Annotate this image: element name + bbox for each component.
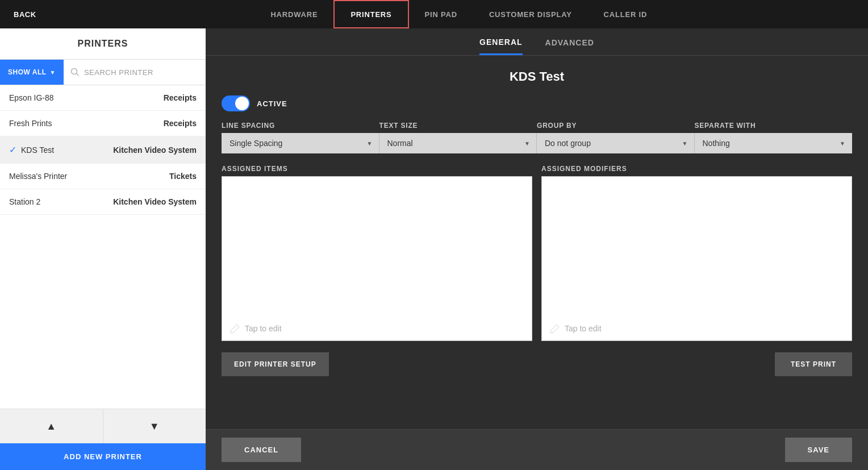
assigned-items-section: ASSIGNED ITEMS Tap to edit	[222, 165, 532, 341]
group-by-label: GROUP BY	[537, 122, 695, 130]
pencil-icon-modifiers	[550, 323, 560, 334]
show-all-label: SHOW ALL	[8, 68, 47, 76]
text-size-group: TEXT SIZE Normal Large Small	[379, 122, 537, 153]
nav-customer-display[interactable]: CUSTOMER DISPLAY	[473, 0, 588, 28]
printer-name-kds: ✓ KDS Test	[9, 144, 54, 155]
active-label: ACTIVE	[257, 99, 287, 108]
top-navigation: BACK HARDWARE PRINTERS PIN PAD CUSTOMER …	[0, 0, 868, 28]
printer-name-epson: Epson IG-88	[9, 93, 54, 102]
tab-advanced[interactable]: ADVANCED	[545, 38, 594, 55]
search-icon	[70, 68, 80, 77]
printer-name-station2: Station 2	[9, 197, 40, 206]
separate-with-group: SEPARATE WITH Nothing Line Star	[695, 122, 853, 153]
tap-to-edit-modifiers-label: Tap to edit	[565, 324, 602, 333]
tab-general[interactable]: GENERAL	[479, 38, 522, 55]
nav-pin-pad[interactable]: PIN PAD	[409, 0, 473, 28]
group-by-select[interactable]: Do not group Category Course	[537, 133, 695, 153]
selected-check-icon: ✓	[9, 144, 16, 155]
edit-printer-setup-button[interactable]: EDIT PRINTER SETUP	[222, 352, 329, 376]
nav-caller-id[interactable]: CALLER ID	[588, 0, 663, 28]
pencil-icon-items	[230, 323, 240, 334]
printer-type-melissa: Tickets	[169, 172, 197, 181]
nav-down-button[interactable]: ▼	[103, 409, 206, 443]
assigned-modifiers-tap-to-edit[interactable]: Tap to edit	[542, 317, 610, 340]
separate-with-label: SEPARATE WITH	[695, 122, 853, 130]
printer-type-epson: Receipts	[164, 93, 197, 102]
printer-item-kds[interactable]: ✓ KDS Test Kitchen Video System	[0, 136, 206, 164]
bottom-action-buttons: EDIT PRINTER SETUP TEST PRINT	[222, 352, 852, 376]
sidebar-toolbar: SHOW ALL ▼ SEARCH PRINTER	[0, 60, 206, 85]
content-area: GENERAL ADVANCED KDS Test ACTIVE LINE SP…	[206, 28, 868, 470]
show-all-button[interactable]: SHOW ALL ▼	[0, 60, 64, 85]
assigned-modifiers-label: ASSIGNED MODIFIERS	[541, 165, 852, 173]
footer-buttons: CANCEL SAVE	[206, 429, 868, 470]
svg-line-1	[76, 74, 78, 76]
line-spacing-select[interactable]: Single Spacing Double Spacing	[222, 133, 379, 153]
separate-with-wrapper: Nothing Line Star	[695, 133, 853, 153]
back-button[interactable]: BACK	[0, 10, 50, 19]
nav-printers[interactable]: PRINTERS	[333, 0, 408, 28]
assigned-modifiers-section: ASSIGNED MODIFIERS Tap to edit	[541, 165, 852, 341]
text-size-label: TEXT SIZE	[379, 122, 537, 130]
sidebar: PRINTERS SHOW ALL ▼ SEARCH PRINTER Epson…	[0, 28, 206, 470]
dropdowns-row: LINE SPACING Single Spacing Double Spaci…	[222, 122, 852, 153]
sidebar-title: PRINTERS	[0, 28, 206, 60]
test-print-button[interactable]: TEST PRINT	[775, 352, 852, 376]
group-by-wrapper: Do not group Category Course	[537, 133, 695, 153]
text-size-select[interactable]: Normal Large Small	[379, 133, 537, 153]
group-by-group: GROUP BY Do not group Category Course	[537, 122, 695, 153]
settings-content: KDS Test ACTIVE LINE SPACING Single Spac…	[206, 56, 868, 429]
printer-title: KDS Test	[222, 69, 852, 84]
printer-item-epson[interactable]: Epson IG-88 Receipts	[0, 85, 206, 111]
printer-item-melissa[interactable]: Melissa's Printer Tickets	[0, 164, 206, 189]
printer-type-station2: Kitchen Video System	[113, 197, 197, 206]
separate-with-select[interactable]: Nothing Line Star	[695, 133, 853, 153]
nav-items: HARDWARE PRINTERS PIN PAD CUSTOMER DISPL…	[50, 0, 868, 28]
sub-navigation: GENERAL ADVANCED	[206, 28, 868, 56]
printer-type-kds: Kitchen Video System	[113, 145, 197, 155]
line-spacing-wrapper: Single Spacing Double Spacing	[222, 133, 379, 153]
add-new-printer-button[interactable]: ADD NEW PRINTER	[0, 443, 206, 470]
main-body: PRINTERS SHOW ALL ▼ SEARCH PRINTER Epson…	[0, 28, 868, 470]
sidebar-nav-buttons: ▲ ▼	[0, 409, 206, 443]
save-button[interactable]: SAVE	[785, 438, 852, 462]
printer-item-station2[interactable]: Station 2 Kitchen Video System	[0, 189, 206, 215]
active-toggle[interactable]	[222, 95, 250, 111]
printer-list: Epson IG-88 Receipts Fresh Prints Receip…	[0, 85, 206, 409]
printer-type-fresh-prints: Receipts	[164, 119, 197, 128]
printer-name-melissa: Melissa's Printer	[9, 172, 67, 181]
active-row: ACTIVE	[222, 95, 852, 111]
assigned-modifiers-box[interactable]: Tap to edit	[541, 176, 852, 341]
assigned-items-label: ASSIGNED ITEMS	[222, 165, 532, 173]
svg-point-0	[71, 69, 77, 74]
tap-to-edit-items-label: Tap to edit	[245, 324, 282, 333]
show-all-dropdown-arrow: ▼	[50, 69, 56, 76]
printer-name-fresh-prints: Fresh Prints	[9, 119, 52, 128]
printer-item-fresh-prints[interactable]: Fresh Prints Receipts	[0, 111, 206, 136]
toggle-knob	[235, 97, 249, 110]
cancel-button[interactable]: CANCEL	[222, 438, 301, 462]
nav-hardware[interactable]: HARDWARE	[254, 0, 333, 28]
line-spacing-group: LINE SPACING Single Spacing Double Spaci…	[222, 122, 379, 153]
line-spacing-label: LINE SPACING	[222, 122, 379, 130]
assigned-items-tap-to-edit[interactable]: Tap to edit	[222, 317, 290, 340]
assigned-row: ASSIGNED ITEMS Tap to edit ASSIGNED MODI…	[222, 165, 852, 341]
search-printer-area[interactable]: SEARCH PRINTER	[64, 68, 206, 77]
search-placeholder-label: SEARCH PRINTER	[84, 68, 153, 77]
text-size-wrapper: Normal Large Small	[379, 133, 537, 153]
nav-up-button[interactable]: ▲	[0, 409, 103, 443]
assigned-items-box[interactable]: Tap to edit	[222, 176, 532, 341]
